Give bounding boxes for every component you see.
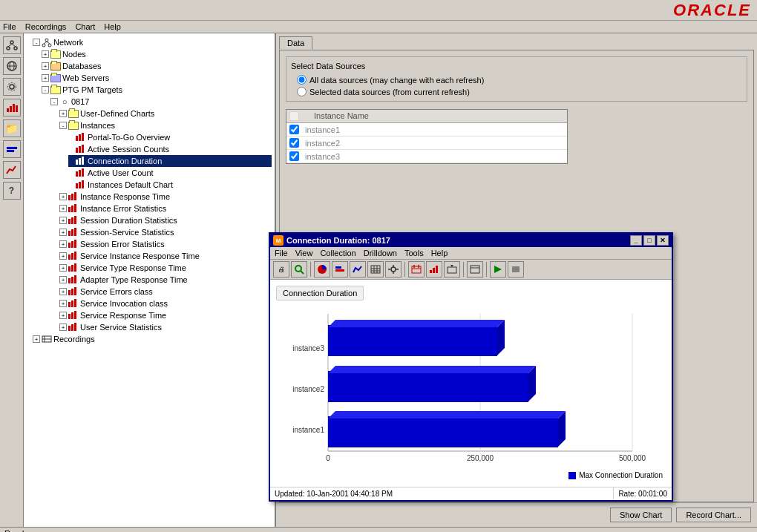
- chart-menu-tools[interactable]: Tools: [404, 249, 424, 257]
- chart-menu-help[interactable]: Help: [431, 249, 448, 257]
- toolbar-linechart-btn[interactable]: [3, 161, 21, 179]
- expand-serviceinvocation[interactable]: +: [59, 300, 67, 307]
- expand-userservicestats[interactable]: +: [59, 324, 67, 331]
- tree-item-activeusercount[interactable]: Active User Count: [68, 167, 272, 179]
- tab-data[interactable]: Data: [279, 36, 312, 50]
- svg-point-85: [391, 267, 396, 272]
- toolbar-help-btn[interactable]: ?: [3, 182, 21, 200]
- chart-menu-drilldown[interactable]: Drilldown: [364, 249, 397, 257]
- toolbar-globe-btn[interactable]: [3, 57, 21, 75]
- expand-adaptertyperesptime[interactable]: +: [59, 276, 67, 283]
- tree-item-serviceerrors[interactable]: + Service Errors class: [59, 286, 272, 298]
- instance-row-1[interactable]: instance1: [286, 123, 567, 137]
- ct-table-btn[interactable]: [467, 261, 483, 278]
- expand-sessionerror[interactable]: +: [59, 240, 67, 248]
- toolbar-chart-btn[interactable]: [3, 99, 21, 116]
- instance2-checkbox[interactable]: [289, 138, 299, 148]
- instance3-checkbox[interactable]: [289, 151, 299, 161]
- instance-row-2[interactable]: instance2: [286, 137, 567, 150]
- ct-bar-btn[interactable]: [332, 261, 348, 278]
- expand-serviceresptime[interactable]: +: [59, 312, 67, 319]
- expand-nodes[interactable]: +: [42, 50, 49, 58]
- expand-recordings[interactable]: +: [33, 335, 40, 343]
- toolbar-settings-btn[interactable]: [3, 78, 21, 96]
- ct-export-btn[interactable]: [444, 261, 460, 278]
- tree-item-adaptertyperesptime[interactable]: + Adapter Type Response Time: [59, 274, 272, 286]
- tree-item-ptg[interactable]: - PTG PM Targets: [42, 84, 272, 96]
- radio-selected-datasources[interactable]: [297, 87, 307, 96]
- expand-0817[interactable]: -: [50, 98, 58, 105]
- toolbar-folder-btn[interactable]: 📁: [3, 119, 21, 137]
- expand-instances[interactable]: -: [59, 122, 67, 129]
- expand-instanceerror[interactable]: +: [59, 205, 67, 212]
- tree-item-sessionerror[interactable]: + Session Error Statistics: [59, 238, 272, 250]
- menu-help[interactable]: Help: [104, 22, 121, 31]
- ct-barchart2-btn[interactable]: [426, 261, 442, 278]
- svg-point-17: [42, 44, 45, 47]
- tree-item-instanceresptime[interactable]: + Instance Response Time: [59, 191, 272, 203]
- tree-item-servicetyperesptime[interactable]: + Service Type Response Time: [59, 262, 272, 274]
- expand-instanceresptime[interactable]: +: [59, 193, 67, 200]
- tree-item-sessionduration[interactable]: + Session Duration Statistics: [59, 214, 272, 226]
- menu-recordings[interactable]: Recordings: [25, 22, 67, 31]
- tree-item-webservers[interactable]: + Web Servers: [42, 72, 272, 84]
- tree-item-databases[interactable]: + Databases: [42, 60, 272, 72]
- expand-serviceinstresptime[interactable]: +: [59, 252, 67, 260]
- chart-menu-file[interactable]: File: [275, 249, 288, 257]
- tree-item-userservicestats[interactable]: + User Service Statistics: [59, 321, 272, 333]
- status-bar: Ready: [0, 527, 757, 532]
- minimize-button[interactable]: _: [630, 235, 642, 246]
- instance-row-3[interactable]: instance3: [286, 150, 567, 163]
- instance1-checkbox[interactable]: [289, 125, 299, 134]
- tree-item-serviceinstresptime[interactable]: + Service Instance Response Time: [59, 250, 272, 262]
- tree-item-nodes[interactable]: + Nodes: [42, 48, 272, 60]
- show-chart-button[interactable]: Show Chart: [610, 508, 672, 522]
- ct-grid-btn[interactable]: [367, 261, 384, 278]
- tree-item-instances[interactable]: - Instances: [59, 119, 272, 131]
- toolbar-barchart-btn[interactable]: [3, 140, 21, 158]
- ct-config-btn[interactable]: [385, 261, 402, 278]
- tree-item-userdefined[interactable]: + User-Defined Charts: [59, 108, 272, 119]
- chartgroup-sessionduration-icon: [68, 215, 79, 226]
- tree-item-instanceerror[interactable]: + Instance Error Statistics: [59, 203, 272, 214]
- svg-rect-29: [82, 157, 84, 165]
- expand-servicetyperesptime[interactable]: +: [59, 264, 67, 272]
- svg-rect-47: [74, 228, 76, 236]
- chart-menu-view[interactable]: View: [295, 249, 313, 257]
- ct-pie-btn[interactable]: [314, 261, 330, 278]
- tree-item-recordings[interactable]: + Recordings: [33, 333, 272, 345]
- chart-menu-collection[interactable]: Collection: [320, 249, 355, 257]
- tree-item-serviceinvocation[interactable]: + Service Invocation class: [59, 298, 272, 309]
- tree-item-network[interactable]: - Network: [33, 36, 272, 48]
- expand-ptg[interactable]: -: [42, 86, 49, 93]
- svg-text:250,000: 250,000: [467, 454, 494, 462]
- ct-calendar-btn[interactable]: [408, 261, 425, 278]
- expand-userdefined[interactable]: +: [59, 110, 67, 117]
- tree-item-activesession[interactable]: Active Session Counts: [68, 143, 272, 155]
- ct-play-btn[interactable]: [490, 261, 506, 278]
- ct-stop-btn[interactable]: [508, 261, 524, 278]
- expand-databases[interactable]: +: [42, 62, 49, 70]
- radio-all-datasources[interactable]: [297, 75, 307, 85]
- record-chart-button[interactable]: Record Chart...: [676, 508, 751, 522]
- tree-item-connectionduration[interactable]: Connection Duration: [68, 155, 272, 167]
- ct-print-btn[interactable]: 🖨: [273, 261, 289, 278]
- expand-sessionduration[interactable]: +: [59, 217, 67, 224]
- close-button[interactable]: ✕: [657, 235, 669, 246]
- expand-sessionservice[interactable]: +: [59, 229, 67, 236]
- tree-item-sessionservice[interactable]: + Session-Service Statistics: [59, 226, 272, 238]
- expand-webservers[interactable]: +: [42, 74, 49, 82]
- menu-file[interactable]: File: [3, 22, 16, 31]
- maximize-button[interactable]: □: [643, 235, 655, 246]
- tree-item-0817[interactable]: - ○ 0817: [50, 96, 272, 108]
- expand-serviceerrors[interactable]: +: [59, 288, 67, 295]
- toolbar-network-btn[interactable]: [3, 36, 21, 54]
- tree-item-ptgoverview[interactable]: Portal-To-Go Overview: [68, 131, 272, 143]
- tree-item-instancesdefault[interactable]: Instances Default Chart: [68, 179, 272, 191]
- tree-item-serviceresptime[interactable]: + Service Response Time: [59, 309, 272, 321]
- expand-network[interactable]: -: [33, 39, 40, 46]
- svg-text:instance1: instance1: [292, 426, 324, 434]
- ct-line-btn[interactable]: [350, 261, 366, 278]
- ct-zoom-btn[interactable]: [291, 261, 307, 278]
- menu-chart[interactable]: Chart: [75, 22, 95, 31]
